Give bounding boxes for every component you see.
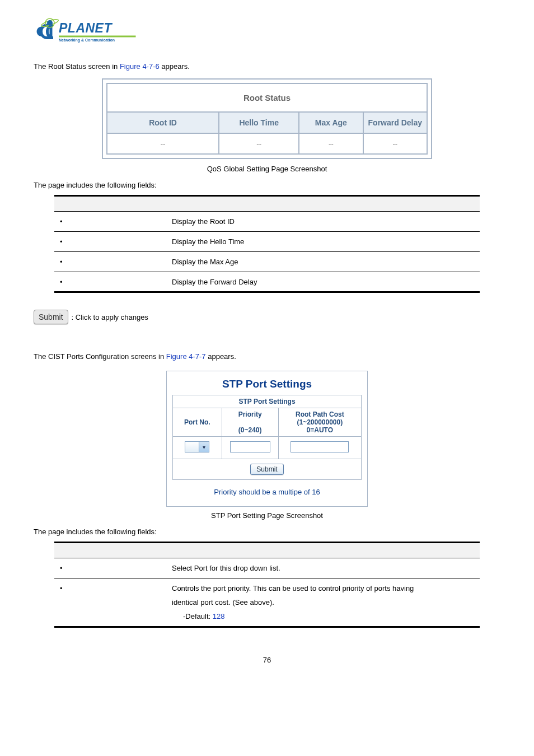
intro-a: The Root Status screen in: [34, 62, 120, 71]
stp-submit-button[interactable]: Submit: [250, 464, 283, 475]
svg-text:Networking & Communication: Networking & Communication: [59, 38, 115, 43]
intro-b-end: appears.: [206, 352, 236, 361]
th-priority-l1: Priority: [238, 410, 262, 418]
planet-logo-svg: PLANET Networking & Communication: [34, 11, 146, 50]
submit-desc: : Click to apply changes: [72, 313, 148, 321]
caption-1: QoS Global Setting Page Screenshot: [34, 165, 500, 173]
td-forward-delay: --: [363, 133, 427, 154]
svg-text:PLANET: PLANET: [59, 21, 113, 35]
fields-intro-2: The page includes the following fields:: [34, 528, 500, 536]
bullet-icon: •: [60, 278, 68, 286]
stp-title: STP Port Settings: [172, 376, 362, 395]
brand-logo: PLANET Networking & Communication: [34, 11, 500, 52]
caption-2: STP Port Setting Page Screenshot: [34, 511, 500, 520]
chevron-down-icon: ▾: [199, 442, 209, 452]
ft1-desc-2: Display the Max Age: [166, 252, 480, 272]
stp-sub: STP Port Settings: [173, 395, 362, 408]
th-cost: Root Path Cost (1~200000000) 0=AUTO: [278, 408, 361, 437]
th-priority-l2: (0~240): [238, 426, 262, 434]
td-root-id: --: [107, 133, 219, 154]
ft2-header-object: [54, 543, 166, 558]
stp-note: Priority should be a multipe of 16: [175, 484, 359, 497]
fields-table-2: • Select Port for this drop down list. •…: [54, 542, 480, 628]
root-status-panel: Root Status Root ID Hello Time Max Age F…: [102, 78, 432, 159]
port-dropdown[interactable]: ▾: [185, 441, 209, 452]
ft2-desc-1a: Controls the port priority. This can be …: [172, 584, 480, 592]
submit-button[interactable]: Submit: [34, 310, 68, 324]
figure-link-477: Figure 4-7-7: [166, 352, 206, 361]
stp-port-settings-panel: STP Port Settings STP Port Settings Port…: [166, 371, 368, 507]
svg-point-2: [47, 20, 53, 26]
intro-text-2: The CIST Ports Configuration screens in …: [34, 352, 500, 361]
submit-row: Submit : Click to apply changes: [34, 310, 500, 324]
th-cost-l2: (1~200000000): [297, 418, 343, 426]
intro-a-end: appears.: [160, 62, 190, 71]
ft1-desc-0: Display the Root ID: [166, 212, 480, 232]
bullet-icon: •: [60, 237, 68, 246]
figure-link-476: Figure 4-7-6: [120, 62, 160, 71]
root-status-title: Root Status: [111, 90, 423, 106]
intro-b: The CIST Ports Configuration screens in: [34, 352, 166, 361]
bullet-icon: •: [60, 584, 68, 592]
bullet-icon: •: [60, 564, 68, 572]
stp-inner-table: STP Port Settings Port No. Priority (0~2…: [172, 395, 362, 502]
bullet-icon: •: [60, 258, 68, 266]
th-cost-l3: 0=AUTO: [307, 426, 333, 434]
th-max-age: Max Age: [299, 112, 363, 133]
ft1-desc-3: Display the Forward Delay: [166, 272, 480, 292]
ft2-header-desc: [166, 543, 480, 558]
page-number: 76: [34, 656, 500, 664]
ft1-header-desc: [166, 196, 480, 212]
priority-input[interactable]: [230, 441, 270, 452]
th-priority: Priority (0~240): [222, 408, 278, 437]
th-cost-l1: Root Path Cost: [296, 410, 344, 418]
default-label: -Default:: [183, 612, 213, 620]
root-status-table: Root Status Root ID Hello Time Max Age F…: [106, 83, 428, 155]
th-port-no: Port No.: [173, 408, 222, 437]
intro-text-1: The Root Status screen in Figure 4-7-6 a…: [34, 62, 500, 71]
ft1-desc-1: Display the Hello Time: [166, 232, 480, 252]
ft2-desc-1b: identical port cost. (See above).: [172, 598, 480, 606]
default-value: 128: [213, 612, 225, 620]
th-forward-delay: Forward Delay: [363, 112, 427, 133]
td-max-age: --: [299, 133, 363, 154]
ft2-default-line: -Default: 128: [172, 612, 480, 620]
ft2-desc-0: Select Port for this drop down list.: [166, 558, 480, 578]
fields-table-1: • Display the Root ID • Display the Hell…: [54, 195, 480, 293]
td-hello-time: --: [219, 133, 299, 154]
ft1-header-object: [54, 196, 166, 212]
bullet-icon: •: [60, 217, 68, 226]
cost-input[interactable]: [291, 441, 349, 452]
fields-intro-1: The page includes the following fields:: [34, 181, 500, 189]
th-root-id: Root ID: [107, 112, 219, 133]
th-hello-time: Hello Time: [219, 112, 299, 133]
